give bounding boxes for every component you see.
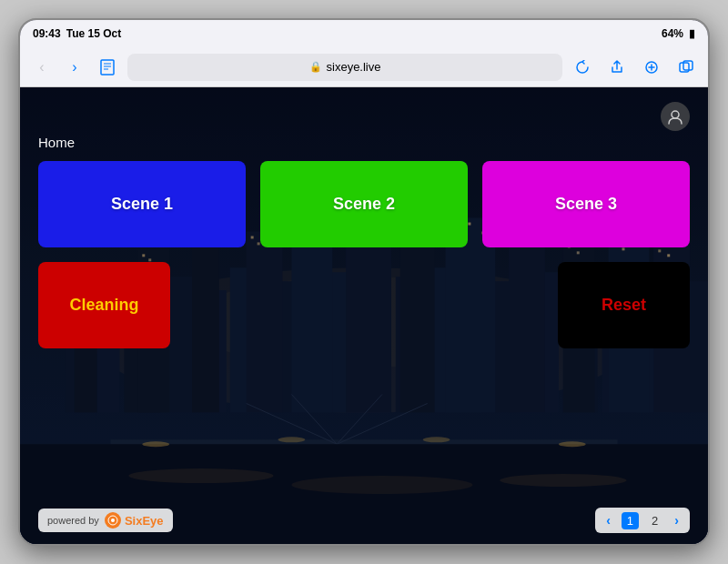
scene-2-button[interactable]: Scene 2 — [260, 161, 468, 247]
sixeye-brand-text: SixEye — [125, 514, 164, 528]
svg-rect-0 — [101, 60, 114, 75]
main-content: Home Scene 1 Scene 2 Scene 3 Cleaning Re… — [20, 87, 708, 544]
cleaning-button[interactable]: Cleaning — [38, 262, 170, 348]
svg-point-85 — [111, 519, 115, 522]
share-button[interactable] — [604, 55, 630, 80]
status-bar: 09:43 Tue 15 Oct 64% ▮ — [20, 20, 708, 47]
sixeye-icon — [105, 512, 121, 529]
status-right: 64% ▮ — [662, 27, 695, 40]
tabs-button[interactable] — [673, 55, 699, 80]
prev-page-button[interactable]: ‹ — [602, 511, 614, 529]
pagination: ‹ 1 2 › — [595, 508, 690, 533]
time: 09:43 — [33, 27, 61, 40]
bottom-row: Cleaning Reset — [38, 262, 690, 348]
browser-bar: ‹ › 🔒 sixeye.live — [20, 47, 708, 87]
scenes-row: Scene 1 Scene 2 Scene 3 — [38, 161, 690, 247]
status-left: 09:43 Tue 15 Oct — [33, 27, 121, 40]
lock-icon: 🔒 — [309, 61, 322, 73]
powered-by-text: powered by — [47, 515, 99, 526]
sixeye-logo: SixEye — [105, 512, 164, 529]
page-1-button[interactable]: 1 — [622, 512, 639, 529]
refresh-button[interactable] — [570, 55, 595, 80]
battery-percentage: 64% — [662, 27, 683, 40]
scene-1-button[interactable]: Scene 1 — [38, 161, 246, 247]
svg-point-83 — [672, 111, 679, 118]
scene-3-button[interactable]: Scene 3 — [482, 161, 690, 247]
ui-overlay: Home Scene 1 Scene 2 Scene 3 Cleaning Re… — [20, 87, 708, 544]
powered-by: powered by SixEye — [38, 509, 173, 532]
new-tab-button[interactable] — [639, 55, 664, 80]
back-button[interactable]: ‹ — [29, 55, 55, 80]
forward-button[interactable]: › — [62, 55, 87, 80]
home-label: Home — [38, 135, 690, 150]
address-bar[interactable]: 🔒 sixeye.live — [127, 54, 562, 81]
footer: powered by SixEye ‹ 1 2 › — [38, 508, 690, 533]
device-frame: 09:43 Tue 15 Oct 64% ▮ ‹ › 🔒 sixeye.live — [18, 18, 710, 546]
bookmarks-button[interactable] — [95, 55, 120, 80]
date: Tue 15 Oct — [66, 27, 121, 40]
next-page-button[interactable]: › — [671, 511, 682, 529]
page-2-button[interactable]: 2 — [646, 512, 663, 529]
battery-icon: ▮ — [689, 27, 695, 40]
browser-actions — [570, 55, 699, 80]
url-text: sixeye.live — [327, 60, 381, 74]
user-avatar[interactable] — [661, 102, 690, 131]
user-icon-area — [38, 102, 690, 131]
reset-button[interactable]: Reset — [558, 262, 690, 348]
